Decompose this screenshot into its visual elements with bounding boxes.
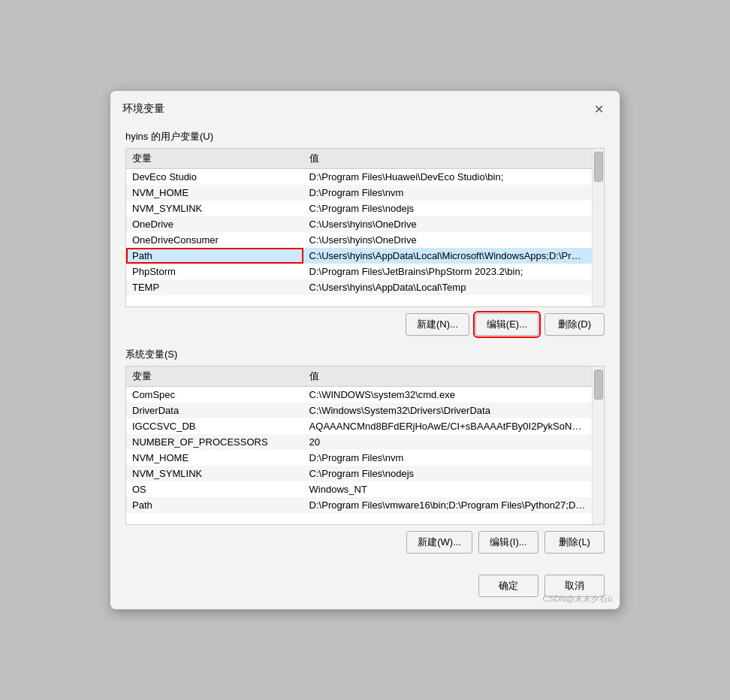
env-var-name: OneDriveConsumer	[126, 232, 303, 248]
system-delete-button[interactable]: 删除(L)	[544, 531, 605, 554]
env-var-value: D:\Program Files\Huawei\DevEco Studio\bi…	[303, 169, 592, 186]
env-var-value: C:\Users\hyins\AppData\Local\Temp	[303, 279, 592, 295]
env-var-value: C:\Program Files\nodejs	[303, 466, 592, 481]
system-section-label: 系统变量(S)	[125, 348, 605, 361]
table-row[interactable]: IGCCSVC_DBAQAAANCMnd8BFdERjHoAwE/CI+sBAA…	[126, 418, 592, 434]
env-var-name: OS	[126, 481, 303, 497]
env-var-name: DriverData	[126, 403, 303, 418]
dialog-title: 环境变量	[122, 102, 164, 116]
system-buttons-row: 新建(W)... 编辑(I)... 删除(L)	[125, 531, 605, 554]
user-variables-scroll-area[interactable]: 变量 值 DevEco StudioD:\Program Files\Huawe…	[126, 149, 592, 306]
table-row[interactable]: DriverDataC:\Windows\System32\Drivers\Dr…	[126, 403, 592, 418]
user-variables-table: 变量 值 DevEco StudioD:\Program Files\Huawe…	[126, 149, 592, 295]
user-edit-button[interactable]: 编辑(E)...	[475, 313, 538, 336]
env-var-value: Windows_NT	[303, 481, 592, 497]
system-section: 系统变量(S) 变量 值 ComSpecC:\WINDOWS\system32\…	[125, 348, 605, 554]
dialog-body: hyins 的用户变量(U) 变量 值 DevEco StudioD:\Prog…	[110, 124, 620, 566]
watermark: CSDN@末末夕石ū	[543, 593, 612, 605]
system-variables-table: 变量 值 ComSpecC:\WINDOWS\system32\cmd.exeD…	[126, 367, 592, 513]
env-var-name: NVM_SYMLINK	[126, 466, 303, 481]
ok-button[interactable]: 确定	[478, 575, 538, 597]
system-variables-scroll-area[interactable]: 变量 值 ComSpecC:\WINDOWS\system32\cmd.exeD…	[126, 367, 592, 524]
env-var-name: Path	[126, 248, 303, 264]
env-var-name: TEMP	[126, 279, 303, 295]
user-scrollbar[interactable]	[592, 149, 604, 306]
user-section-label: hyins 的用户变量(U)	[125, 130, 605, 143]
env-var-name: NUMBER_OF_PROCESSORS	[126, 434, 303, 450]
table-row[interactable]: NVM_SYMLINKC:\Program Files\nodejs	[126, 466, 592, 481]
env-var-value: D:\Program Files\nvm	[303, 185, 592, 201]
system-edit-button[interactable]: 编辑(I)...	[478, 531, 538, 554]
env-var-name: PhpStorm	[126, 264, 303, 279]
table-row[interactable]: PhpStormD:\Program Files\JetBrains\PhpSt…	[126, 264, 592, 279]
system-col-name-header: 变量	[126, 367, 303, 387]
table-row[interactable]: NVM_HOMED:\Program Files\nvm	[126, 185, 592, 201]
table-row[interactable]: OneDriveConsumerC:\Users\hyins\OneDrive	[126, 232, 592, 248]
env-var-value: C:\WINDOWS\system32\cmd.exe	[303, 387, 592, 403]
env-var-value: D:\Program Files\JetBrains\PhpStorm 2023…	[303, 264, 592, 279]
user-col-value-header: 值	[303, 149, 592, 169]
user-delete-button[interactable]: 删除(D)	[544, 313, 605, 336]
env-var-value: C:\Program Files\nodejs	[303, 201, 592, 216]
table-row[interactable]: ComSpecC:\WINDOWS\system32\cmd.exe	[126, 387, 592, 403]
env-var-value: D:\Program Files\vmware16\bin;D:\Program…	[303, 497, 592, 513]
table-row[interactable]: DevEco StudioD:\Program Files\Huawei\Dev…	[126, 169, 592, 186]
env-var-value: AQAAANCMnd8BFdERjHoAwE/CI+sBAAAAtFBy0I2P…	[303, 418, 592, 434]
env-var-value: C:\Users\hyins\OneDrive	[303, 232, 592, 248]
system-scrollbar[interactable]	[592, 367, 604, 524]
env-var-name: NVM_SYMLINK	[126, 201, 303, 216]
table-row[interactable]: OSWindows_NT	[126, 481, 592, 497]
user-scrollbar-thumb[interactable]	[594, 152, 603, 182]
env-var-name: ComSpec	[126, 387, 303, 403]
env-var-name: Path	[126, 497, 303, 513]
table-row[interactable]: NVM_SYMLINKC:\Program Files\nodejs	[126, 201, 592, 216]
env-var-value: C:\Users\hyins\AppData\Local\Microsoft\W…	[303, 248, 592, 264]
user-new-button[interactable]: 新建(N)...	[406, 313, 469, 336]
env-var-value: C:\Users\hyins\OneDrive	[303, 216, 592, 232]
env-var-name: DevEco Studio	[126, 169, 303, 186]
user-variables-table-container: 变量 值 DevEco StudioD:\Program Files\Huawe…	[125, 148, 605, 307]
env-var-name: NVM_HOME	[126, 185, 303, 201]
user-col-name-header: 变量	[126, 149, 303, 169]
table-row[interactable]: OneDriveC:\Users\hyins\OneDrive	[126, 216, 592, 232]
table-row[interactable]: TEMPC:\Users\hyins\AppData\Local\Temp	[126, 279, 592, 295]
table-row[interactable]: NVM_HOMED:\Program Files\nvm	[126, 450, 592, 466]
env-var-name: IGCCSVC_DB	[126, 418, 303, 434]
env-var-name: OneDrive	[126, 216, 303, 232]
env-var-value: D:\Program Files\nvm	[303, 450, 592, 466]
table-row[interactable]: NUMBER_OF_PROCESSORS20	[126, 434, 592, 450]
env-var-value: 20	[303, 434, 592, 450]
user-buttons-row: 新建(N)... 编辑(E)... 删除(D)	[125, 313, 605, 336]
environment-variables-dialog: 环境变量 ✕ hyins 的用户变量(U) 变量 值 DevEco Studio…	[110, 90, 620, 610]
env-var-value: C:\Windows\System32\Drivers\DriverData	[303, 403, 592, 418]
system-scrollbar-thumb[interactable]	[594, 370, 603, 400]
table-row[interactable]: PathC:\Users\hyins\AppData\Local\Microso…	[126, 248, 592, 264]
close-button[interactable]: ✕	[590, 100, 608, 118]
system-new-button[interactable]: 新建(W)...	[406, 531, 472, 554]
title-bar: 环境变量 ✕	[110, 91, 620, 124]
table-row[interactable]: PathD:\Program Files\vmware16\bin;D:\Pro…	[126, 497, 592, 513]
system-variables-table-container: 变量 值 ComSpecC:\WINDOWS\system32\cmd.exeD…	[125, 366, 605, 525]
env-var-name: NVM_HOME	[126, 450, 303, 466]
system-col-value-header: 值	[303, 367, 592, 387]
